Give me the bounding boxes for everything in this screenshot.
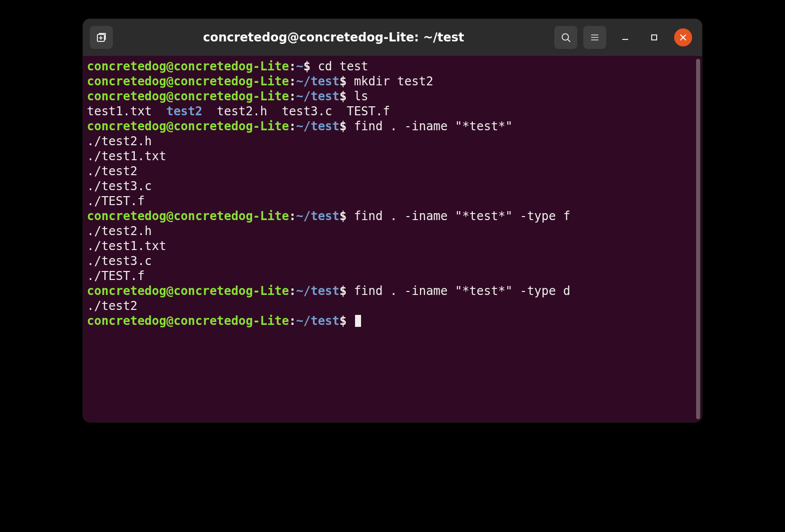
close-icon: [680, 34, 687, 41]
prompt-colon: :: [289, 59, 296, 73]
output-text: ./test2: [87, 164, 137, 178]
titlebar: concretedog@concretedog-Lite: ~/test: [83, 19, 702, 56]
prompt-path: ~: [296, 59, 303, 73]
minimize-icon: [621, 33, 629, 41]
output-text: ./test3.c: [87, 179, 152, 193]
minimize-button[interactable]: [616, 28, 634, 46]
prompt-user-host: concretedog@concretedog-Lite: [87, 284, 289, 298]
prompt-user-host: concretedog@concretedog-Lite: [87, 209, 289, 223]
prompt-user-host: concretedog@concretedog-Lite: [87, 89, 289, 103]
maximize-button[interactable]: [645, 28, 663, 46]
command-text: find . -iname "*test*" -type f: [347, 209, 570, 223]
prompt-user-host: concretedog@concretedog-Lite: [87, 314, 289, 328]
search-button[interactable]: [554, 26, 577, 49]
prompt-dollar: $: [340, 74, 347, 88]
output-text: ./TEST.f: [87, 269, 145, 283]
directory-name: test2: [166, 104, 202, 118]
prompt-dollar: $: [340, 209, 347, 223]
prompt-path: ~/test: [296, 209, 340, 223]
search-icon: [560, 32, 571, 43]
prompt-path: ~/test: [296, 284, 340, 298]
scrollbar[interactable]: [696, 56, 702, 422]
terminal-area: concretedog@concretedog-Lite:~$ cd test …: [83, 56, 702, 422]
prompt-dollar: $: [340, 89, 347, 103]
new-tab-button[interactable]: [90, 26, 113, 49]
hamburger-icon: [590, 32, 600, 42]
command-text: cd test: [311, 59, 369, 73]
prompt-colon: :: [289, 74, 296, 88]
output-text: test1.txt: [87, 104, 166, 118]
output-text: ./test2: [87, 299, 137, 313]
terminal-window: concretedog@concretedog-Lite: ~/test: [83, 19, 702, 422]
prompt-dollar: $: [340, 284, 347, 298]
prompt-path: ~/test: [296, 314, 340, 328]
prompt-colon: :: [289, 89, 296, 103]
output-text: test2.h test3.c TEST.f: [202, 104, 390, 118]
new-tab-icon: [95, 31, 107, 43]
output-text: ./test2.h: [87, 134, 152, 148]
output-text: ./TEST.f: [87, 194, 145, 208]
prompt-dollar: $: [340, 314, 347, 328]
command-text: find . -iname "*test*" -type d: [347, 284, 570, 298]
prompt-path: ~/test: [296, 89, 340, 103]
output-text: ./test1.txt: [87, 239, 166, 253]
prompt-colon: :: [289, 284, 296, 298]
prompt-dollar: $: [303, 59, 310, 73]
prompt-user-host: concretedog@concretedog-Lite: [87, 74, 289, 88]
output-text: ./test1.txt: [87, 149, 166, 163]
svg-rect-7: [652, 35, 657, 40]
svg-line-2: [568, 39, 570, 42]
close-button[interactable]: [674, 28, 692, 46]
prompt-path: ~/test: [296, 74, 340, 88]
prompt-colon: :: [289, 314, 296, 328]
prompt-colon: :: [289, 209, 296, 223]
menu-button[interactable]: [583, 26, 606, 49]
prompt-path: ~/test: [296, 119, 340, 133]
prompt-colon: :: [289, 119, 296, 133]
output-text: ./test2.h: [87, 224, 152, 238]
command-text: ls: [347, 89, 368, 103]
window-title: concretedog@concretedog-Lite: ~/test: [119, 30, 548, 44]
prompt-user-host: concretedog@concretedog-Lite: [87, 119, 289, 133]
command-text: mkdir test2: [347, 74, 433, 88]
terminal-output[interactable]: concretedog@concretedog-Lite:~$ cd test …: [83, 56, 696, 422]
window-controls: [616, 28, 692, 46]
prompt-dollar: $: [340, 119, 347, 133]
cursor: [355, 315, 361, 327]
command-text: [347, 314, 354, 328]
scrollbar-thumb[interactable]: [696, 59, 700, 419]
prompt-user-host: concretedog@concretedog-Lite: [87, 59, 289, 73]
maximize-icon: [651, 34, 658, 41]
output-text: ./test3.c: [87, 254, 152, 268]
command-text: find . -iname "*test*": [347, 119, 512, 133]
